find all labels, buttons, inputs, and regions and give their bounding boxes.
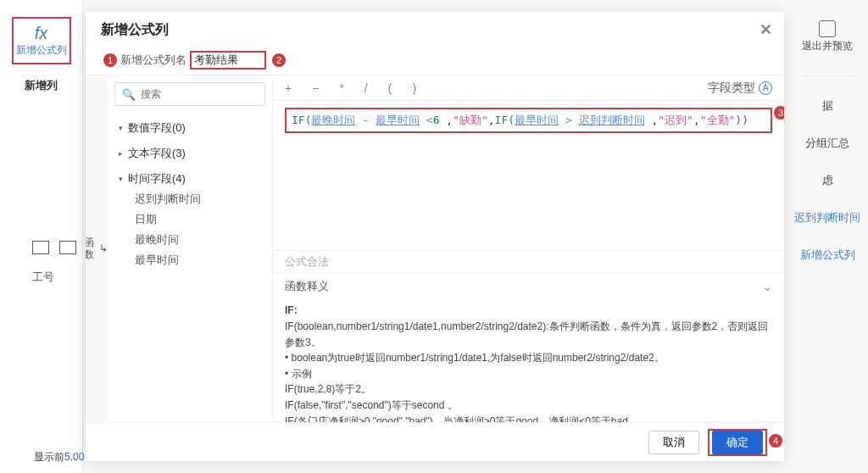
help-fn-name: IF: (285, 303, 772, 319)
formula-token: 最晚时间 (311, 114, 355, 126)
formula-token: "全勤" (700, 114, 736, 126)
formula-token: 最早时间 (515, 114, 559, 126)
search-icon: 🔍 (122, 88, 136, 101)
bg-view-toggle (32, 241, 76, 254)
formula-token: , (439, 114, 453, 126)
bg-left-sidebar: fx 新增公式列 新增列 (0, 0, 83, 473)
help-line: IF(false,"first","second")等于second 。 (285, 398, 772, 414)
field-tree-panel: 🔍 ▾数值字段(0)▸文本字段(3)▾时间字段(4)迟到判断时间日期最晚时间最早… (108, 75, 273, 422)
modal-footer: 取消 确定 4 (86, 422, 784, 461)
bg-column-header: 工号 (32, 270, 54, 285)
formula-status: 公式合法 (273, 250, 784, 273)
operator-buttons: +−*/() (285, 81, 416, 95)
search-input[interactable] (141, 88, 258, 100)
formula-token: > (559, 114, 578, 126)
field-type-select[interactable]: 字段类型 A (708, 81, 772, 96)
field-tree: ▾数值字段(0)▸文本字段(3)▾时间字段(4)迟到判断时间日期最晚时间最早时间 (108, 113, 272, 277)
function-help-body: IF: IF(boolean,number1/string1/date1,num… (273, 299, 784, 422)
formula-token: < (420, 114, 433, 126)
caret-icon: ▸ (116, 149, 125, 158)
bg-right-button[interactable]: 退出并预览 (802, 20, 853, 53)
formula-token: , (645, 114, 659, 126)
tree-group[interactable]: ▾数值字段(0) (116, 118, 264, 138)
cancel-button[interactable]: 取消 (648, 431, 699, 454)
formula-name-label: 新增公式列名 (120, 53, 186, 68)
function-help-header[interactable]: 函数释义 ⌄ (273, 273, 784, 299)
op-btn-+[interactable]: + (285, 81, 292, 95)
formula-name-row: 1 新增公式列名 考勤结果 2 (86, 47, 784, 75)
operator-toolbar: +−*/() 字段类型 A (273, 75, 784, 101)
caret-icon: ▾ (116, 124, 125, 132)
formula-token: "缺勤" (453, 114, 488, 126)
formula-token: , (693, 114, 700, 126)
caret-icon: ▾ (116, 175, 125, 183)
fx-button-label: 新增公式列 (16, 43, 67, 58)
tree-leaf[interactable]: 最晚时间 (135, 230, 264, 250)
tree-group[interactable]: ▸文本字段(3) (116, 143, 264, 164)
formula-modal: 新增公式列 ✕ 1 新增公式列名 考勤结果 2 ↳ 函数 🔍 ▾数值字段(0)▸… (86, 12, 784, 461)
preview-icon (819, 20, 836, 37)
tree-leaf[interactable]: 迟到判断时间 (135, 189, 264, 209)
type-icon: A (759, 81, 772, 95)
formula-token: "迟到" (658, 114, 693, 126)
grid-view-icon[interactable] (32, 241, 49, 254)
formula-token: , (488, 114, 495, 126)
close-icon[interactable]: ✕ (760, 20, 772, 39)
formula-token: IF (292, 114, 305, 126)
formula-token: IF (495, 114, 509, 126)
help-line: • boolean为true时返回number1/string1/date1,为… (285, 350, 772, 366)
bg-right-panel: 退出并预览 据 分组汇总 虑 迟到判断时间 新增公式列 (787, 0, 868, 263)
tree-leaf[interactable]: 日期 (135, 209, 264, 230)
op-btn-/[interactable]: / (364, 81, 368, 95)
op-btn-*[interactable]: * (339, 81, 343, 95)
op-btn-−[interactable]: − (312, 81, 319, 95)
modal-title: 新增公式列 (101, 21, 169, 39)
confirm-button[interactable]: 确定 (712, 431, 763, 454)
formula-token: 迟到判断时间 (579, 114, 645, 126)
formula-token: ) (735, 114, 742, 126)
formula-name-input[interactable]: 考勤结果 (194, 53, 238, 68)
formula-token: 最早时间 (376, 114, 420, 126)
add-column-title: 新增列 (0, 78, 82, 93)
tree-group-label: 时间字段(4) (128, 171, 186, 186)
function-rail: ↳ 函数 (86, 75, 108, 422)
help-line: IF(boolean,number1/string1/date1,number2… (285, 319, 772, 350)
formula-editor[interactable]: IF(最晚时间 - 最早时间 <6 ,"缺勤",IF(最早时间 > 迟到判断时间… (285, 108, 772, 133)
formula-name-wrap: 考勤结果 (190, 51, 266, 70)
tree-group-label: 数值字段(0) (128, 120, 186, 136)
tree-group[interactable]: ▾时间字段(4) (116, 169, 264, 189)
help-line: • 示例 (285, 366, 772, 382)
formula-token: ( (508, 114, 515, 126)
step-badge-2: 2 (272, 53, 286, 67)
formula-token: - (355, 114, 375, 126)
formula-token: ) (742, 114, 748, 126)
modal-body: ↳ 函数 🔍 ▾数值字段(0)▸文本字段(3)▾时间字段(4)迟到判断时间日期最… (86, 75, 784, 422)
op-btn-([interactable]: ( (388, 81, 392, 95)
step-badge-1: 1 (103, 53, 117, 67)
fx-toolbar-button[interactable]: fx 新增公式列 (12, 17, 71, 64)
tree-group-label: 文本字段(3) (128, 146, 186, 161)
fx-icon: fx (35, 24, 48, 43)
modal-header: 新增公式列 ✕ (86, 12, 784, 47)
step-badge-3: 3 (774, 106, 784, 120)
chevron-down-icon: ⌄ (763, 281, 772, 293)
panel-view-icon[interactable] (59, 241, 76, 254)
help-line: IF(各门店净利润>0,"good","bad")，当净利润>0等于good，净… (285, 414, 772, 422)
editor-panel: +−*/() 字段类型 A IF(最晚时间 - 最早时间 <6 ,"缺勤",IF… (273, 75, 784, 422)
bg-row-limit: 显示前5,00 (34, 450, 84, 465)
op-btn-)[interactable]: ) (412, 81, 416, 95)
menu-icon[interactable]: ↳ (99, 243, 108, 254)
tree-leaf[interactable]: 最早时间 (135, 250, 264, 270)
help-line: IF(true,2,8)等于2。 (285, 381, 772, 398)
field-search[interactable]: 🔍 (114, 82, 265, 106)
step-badge-4: 4 (769, 434, 782, 448)
rail-functions[interactable]: 函数 (86, 237, 94, 259)
